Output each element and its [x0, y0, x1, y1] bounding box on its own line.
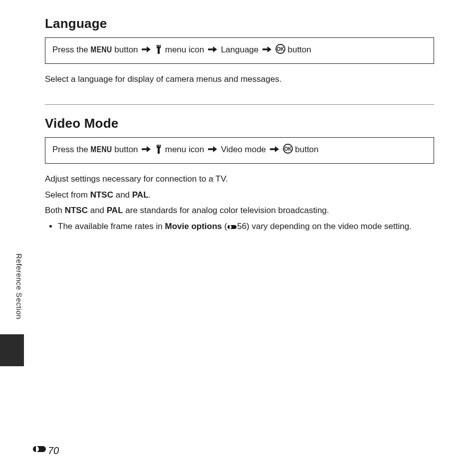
- video-desc-2: Select from NTSC and PAL.: [45, 189, 434, 202]
- text: and: [113, 190, 132, 200]
- ntsc-label: NTSC: [90, 190, 113, 200]
- arrow-icon: [270, 144, 279, 156]
- menu-button-label: MENU: [91, 44, 112, 54]
- arrow-icon: [142, 144, 151, 156]
- section-divider: [45, 104, 434, 105]
- nav-prefix: Press the: [52, 45, 91, 54]
- ok-button-icon: OK: [283, 144, 293, 157]
- nav-menuicon-after: menu icon: [163, 145, 207, 154]
- arrow-icon: [208, 144, 217, 156]
- video-desc-1: Adjust settings necessary for connection…: [45, 173, 434, 186]
- svg-text:OK: OK: [276, 46, 284, 52]
- nav-path-video-mode: Press the MENU button menu icon Video mo…: [45, 137, 434, 164]
- reference-section-icon: [33, 445, 46, 457]
- nav-path-language: Press the MENU button menu icon Language…: [45, 37, 434, 64]
- pal-label: PAL: [107, 206, 123, 215]
- video-bullet-list: The available frame rates in Movie optio…: [45, 220, 434, 235]
- menu-button-label: MENU: [91, 144, 112, 154]
- heading-video-mode: Video Mode: [45, 116, 434, 131]
- nav-btn-word: button: [112, 45, 141, 54]
- movie-options-label: Movie options: [165, 222, 222, 231]
- reference-section-icon: [227, 222, 237, 235]
- nav-ok-after: button: [293, 145, 319, 154]
- wrench-icon: [155, 45, 163, 57]
- text: (: [222, 222, 227, 231]
- page-number-value: 70: [48, 445, 59, 457]
- reference-page: 56: [237, 222, 246, 231]
- nav-item: Language: [219, 45, 261, 54]
- wrench-icon: [155, 145, 163, 157]
- video-desc-3: Both NTSC and PAL are standards for anal…: [45, 204, 434, 217]
- nav-ok-after: button: [285, 45, 311, 54]
- side-tab-marker: [0, 334, 24, 366]
- text: Select from: [45, 190, 90, 200]
- arrow-icon: [262, 44, 271, 56]
- svg-text:OK: OK: [284, 146, 292, 152]
- nav-menuicon-after: menu icon: [163, 45, 207, 54]
- text: The available frame rates in: [58, 222, 165, 231]
- heading-language: Language: [45, 16, 434, 31]
- text: .: [149, 190, 151, 200]
- pal-label: PAL: [132, 190, 149, 200]
- nav-btn-word: button: [112, 145, 141, 154]
- text: and: [88, 206, 107, 215]
- arrow-icon: [208, 44, 217, 56]
- text: ) vary depending on the video mode setti…: [246, 222, 412, 231]
- language-description: Select a language for display of camera …: [45, 73, 434, 86]
- ok-button-icon: OK: [275, 44, 285, 57]
- list-item: The available frame rates in Movie optio…: [58, 220, 434, 235]
- side-section-label: Reference Section: [15, 253, 23, 319]
- page-number: 70: [33, 445, 59, 457]
- ntsc-label: NTSC: [65, 206, 88, 215]
- nav-prefix: Press the: [52, 145, 91, 154]
- text: Both: [45, 206, 65, 215]
- nav-item: Video mode: [219, 145, 268, 154]
- arrow-icon: [142, 44, 151, 56]
- text: are standards for analog color televisio…: [123, 206, 329, 215]
